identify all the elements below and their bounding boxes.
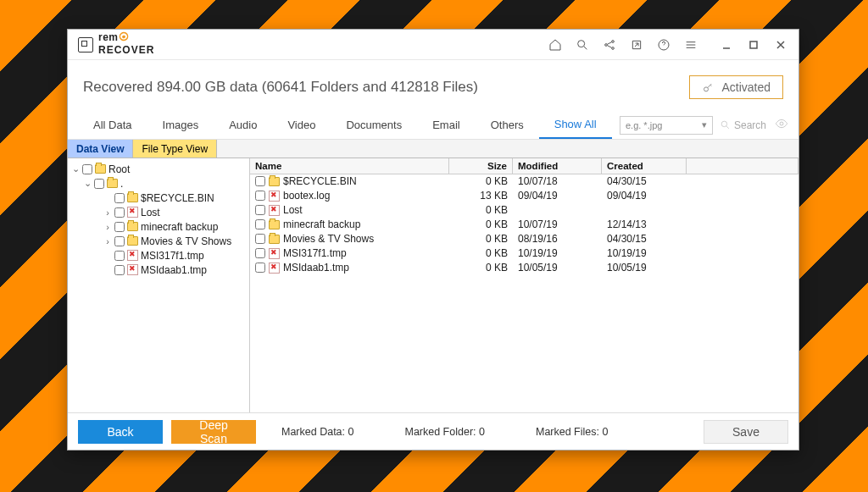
- column-size[interactable]: Size: [449, 158, 513, 174]
- tree-checkbox[interactable]: [114, 251, 125, 261]
- column-created[interactable]: Created: [602, 158, 687, 174]
- filter-tab-video[interactable]: Video: [272, 111, 331, 139]
- tree-node[interactable]: ›Lost: [70, 205, 248, 219]
- save-button[interactable]: Save: [704, 420, 788, 444]
- table-row[interactable]: Movies & TV Shows0 KB08/19/1604/30/15: [250, 232, 798, 246]
- preview-toggle[interactable]: [775, 117, 788, 133]
- deleted-file-icon: [269, 205, 280, 216]
- file-size: 0 KB: [449, 175, 513, 187]
- marked-files-value: 0: [602, 426, 608, 438]
- deleted-file-icon: [127, 264, 138, 275]
- tree-checkbox[interactable]: [114, 265, 125, 275]
- open-external-icon[interactable]: [624, 33, 649, 57]
- folder-icon: [269, 235, 280, 244]
- maximize-button[interactable]: [741, 33, 766, 57]
- table-row[interactable]: bootex.log13 KB09/04/1909/04/19: [250, 189, 798, 203]
- activated-label: Activated: [721, 80, 771, 94]
- filter-pattern-input[interactable]: e.g. *.jpg ▾: [620, 116, 713, 135]
- minimize-button[interactable]: [714, 33, 739, 57]
- file-size: 0 KB: [449, 204, 513, 216]
- tree-checkbox[interactable]: [114, 207, 125, 218]
- view-tab-data-view[interactable]: Data View: [68, 140, 133, 158]
- filter-tab-others[interactable]: Others: [476, 111, 539, 139]
- recovery-summary: Recovered 894.00 GB data (60641 Folders …: [83, 79, 478, 96]
- row-checkbox[interactable]: [255, 219, 265, 229]
- tree-node[interactable]: ›Movies & TV Shows: [70, 234, 248, 248]
- activated-badge[interactable]: Activated: [689, 75, 783, 99]
- share-icon[interactable]: [597, 33, 622, 57]
- table-row[interactable]: Lost0 KB: [250, 203, 798, 218]
- folder-icon: [127, 236, 138, 246]
- tree-expander[interactable]: ›: [103, 236, 112, 246]
- search-icon[interactable]: [570, 33, 595, 57]
- marked-stats: Marked Data: 0 Marked Folder: 0 Marked F…: [281, 426, 608, 438]
- menu-icon[interactable]: [678, 33, 704, 57]
- tree-node[interactable]: MSI317f1.tmp: [70, 248, 248, 263]
- column-modified[interactable]: Modified: [513, 158, 602, 174]
- tree-pane[interactable]: ⌄Root⌄.$RECYCLE.BIN›Lost›minecraft backu…: [68, 158, 250, 412]
- marked-files-label: Marked Files:: [536, 426, 599, 438]
- tree-expander[interactable]: ⌄: [71, 163, 80, 174]
- row-checkbox[interactable]: [255, 263, 265, 273]
- view-tab-file-type-view[interactable]: File Type View: [133, 140, 217, 158]
- file-created: 09/04/19: [602, 190, 687, 202]
- tree-node[interactable]: $RECYCLE.BIN: [70, 191, 248, 205]
- list-body[interactable]: $RECYCLE.BIN0 KB10/07/1804/30/15bootex.l…: [250, 174, 798, 412]
- file-size: 0 KB: [449, 247, 513, 259]
- marked-folder-label: Marked Folder:: [404, 426, 476, 438]
- tree-label: $RECYCLE.BIN: [141, 192, 214, 204]
- table-row[interactable]: MSIdaab1.tmp0 KB10/05/1910/05/19: [250, 261, 798, 275]
- tree-node[interactable]: ⌄.: [70, 176, 248, 191]
- logo-text: rem⦿RECOVER: [98, 33, 154, 56]
- filter-tab-all-data[interactable]: All Data: [78, 111, 147, 139]
- tree-checkbox[interactable]: [82, 164, 92, 174]
- svg-point-0: [578, 40, 585, 47]
- tree-node[interactable]: ›minecraft backup: [70, 219, 248, 234]
- folder-icon: [269, 220, 280, 229]
- deleted-file-icon: [127, 250, 138, 261]
- search-placeholder: e.g. *.jpg: [626, 120, 662, 130]
- tree-checkbox[interactable]: [94, 179, 104, 189]
- file-modified: 10/19/19: [513, 247, 602, 259]
- filter-tab-show-all[interactable]: Show All: [539, 111, 612, 139]
- close-button[interactable]: [768, 33, 793, 57]
- file-name: bootex.log: [283, 190, 330, 202]
- help-icon[interactable]: [651, 33, 676, 57]
- table-row[interactable]: MSI317f1.tmp0 KB10/19/1910/19/19: [250, 246, 798, 261]
- row-checkbox[interactable]: [255, 205, 265, 215]
- tree-expander[interactable]: ›: [103, 222, 112, 232]
- row-checkbox[interactable]: [255, 191, 265, 201]
- back-button[interactable]: Back: [78, 420, 163, 444]
- home-icon[interactable]: [542, 33, 568, 57]
- tree-expander[interactable]: ⌄: [83, 178, 92, 189]
- file-modified: 10/05/19: [513, 262, 602, 274]
- file-name: MSIdaab1.tmp: [283, 262, 349, 274]
- column-name[interactable]: Name: [250, 158, 449, 174]
- search-button[interactable]: Search: [720, 119, 766, 131]
- table-row[interactable]: $RECYCLE.BIN0 KB10/07/1804/30/15: [250, 174, 798, 189]
- tree-expander[interactable]: ›: [103, 207, 112, 218]
- filter-tab-email[interactable]: Email: [417, 111, 476, 139]
- filter-tab-audio[interactable]: Audio: [214, 111, 272, 139]
- marked-data-label: Marked Data:: [281, 426, 345, 438]
- tree-node[interactable]: ⌄Root: [70, 162, 248, 176]
- tree-checkbox[interactable]: [114, 236, 125, 246]
- tree-checkbox[interactable]: [114, 222, 125, 232]
- column-spacer: [687, 158, 798, 174]
- list-header: Name Size Modified Created: [250, 158, 798, 174]
- file-name: Movies & TV Shows: [283, 233, 374, 245]
- file-created: 10/05/19: [602, 262, 687, 274]
- filter-tab-images[interactable]: Images: [147, 111, 214, 139]
- titlebar: rem⦿RECOVER: [68, 30, 798, 60]
- row-checkbox[interactable]: [255, 176, 265, 186]
- marked-folder-value: 0: [479, 426, 485, 438]
- deep-scan-button[interactable]: Deep Scan: [171, 420, 256, 444]
- tree-label: .: [120, 178, 123, 190]
- table-row[interactable]: minecraft backup0 KB10/07/1912/14/13: [250, 218, 798, 232]
- tree-checkbox[interactable]: [114, 193, 125, 203]
- row-checkbox[interactable]: [255, 248, 265, 258]
- tree-node[interactable]: MSIdaab1.tmp: [70, 263, 248, 277]
- filter-tab-documents[interactable]: Documents: [331, 111, 417, 139]
- row-checkbox[interactable]: [255, 234, 265, 244]
- deleted-file-icon: [127, 207, 138, 218]
